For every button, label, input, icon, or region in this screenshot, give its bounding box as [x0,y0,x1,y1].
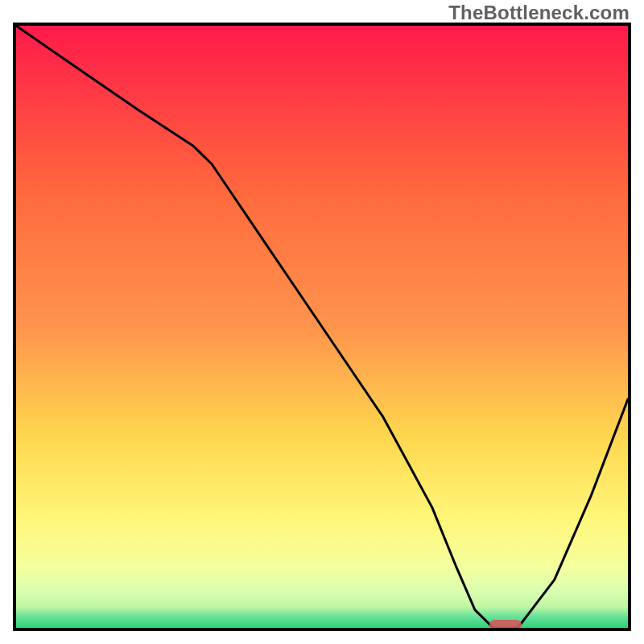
chart-container: TheBottleneck.com [0,0,644,644]
watermark-text: TheBottleneck.com [448,2,630,24]
plot-svg [16,26,628,628]
plot-frame [13,23,631,631]
minimum-marker [489,620,522,630]
